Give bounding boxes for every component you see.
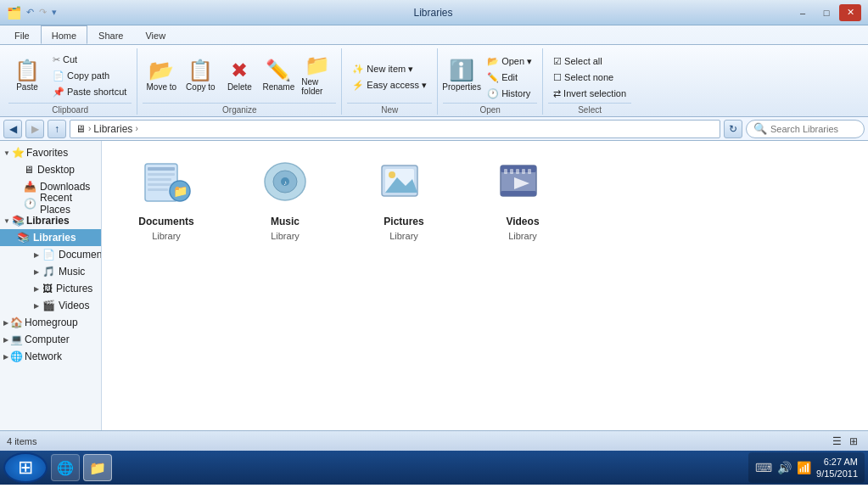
ribbon-group-clipboard: 📋 Paste ✂ Cut 📄 Copy path 📌 Paste shortc… [3,48,137,115]
pictures-tree-chevron: ▶ [34,285,39,293]
properties-button[interactable]: ℹ️ Properties [443,53,480,98]
ribbon-group-select: ☑ Select all ☐ Select none ⇄ Invert sele… [543,48,636,115]
svg-text:♪: ♪ [283,179,287,187]
ribbon-content: 📋 Paste ✂ Cut 📄 Copy path 📌 Paste shortc… [0,44,868,116]
item-count: 4 items [7,436,36,446]
sidebar-section-homegroup[interactable]: ▶ 🏠 Homegroup [0,314,101,331]
pictures-tree-icon: 🖼 [42,283,53,294]
tab-share[interactable]: Share [87,25,134,44]
content-area: 📁 Documents Library ♪ Music Library [102,141,868,430]
svg-point-14 [389,171,395,178]
svg-rect-4 [148,183,173,186]
sidebar-item-desktop[interactable]: 🖥 Desktop [0,161,101,178]
sidebar-item-documents[interactable]: ▶ 📄 Documents [0,246,101,263]
sidebar-item-libraries-root[interactable]: 📚 Libraries [0,229,101,246]
taskbar-clock[interactable]: 6:27 AM 9/15/2011 [816,456,858,480]
sidebar-item-pictures[interactable]: ▶ 🖼 Pictures [0,280,101,297]
sidebar: ▼ ⭐ Favorites 🖥 Desktop 📥 Downloads 🕐 Re… [0,141,102,430]
history-icon: 🕐 [487,88,499,99]
videos-tree-chevron: ▶ [34,302,39,310]
move-to-icon: 📂 [148,60,174,81]
sidebar-item-recent-places[interactable]: 🕐 Recent Places [0,195,101,212]
search-input[interactable] [770,124,857,134]
sidebar-section-computer[interactable]: ▶ 💻 Computer [0,331,101,348]
ribbon: File Home Share View 📋 Paste ✂ Cut 📄 [0,25,868,117]
tab-home[interactable]: Home [41,25,87,44]
clock-time: 6:27 AM [816,456,858,468]
search-icon: 🔍 [753,122,767,135]
library-item-music[interactable]: ♪ Music Library [234,154,336,247]
sidebar-section-network[interactable]: ▶ 🌐 Network [0,348,101,365]
address-path[interactable]: 🖥 › Libraries › [70,120,720,138]
close-button[interactable]: ✕ [839,4,861,21]
path-computer-icon: 🖥 [76,123,86,135]
ribbon-group-organize: 📂 Move to 📋 Copy to ✖ Delete ✏️ Rename 📁 [137,48,342,115]
library-item-pictures[interactable]: Pictures Library [353,154,455,247]
library-item-videos[interactable]: Videos Library [472,154,574,247]
open-button[interactable]: 📂 Open ▾ [482,53,537,69]
taskbar-explorer-button[interactable]: 📁 [83,454,112,481]
select-none-button[interactable]: ☐ Select none [548,70,631,85]
music-name: Music [271,216,300,227]
tray-network-icon: 📶 [797,461,811,474]
select-all-button[interactable]: ☑ Select all [548,53,631,69]
copy-to-button[interactable]: 📋 Copy to [182,53,219,98]
libraries-chevron: ▼ [3,217,10,225]
new-folder-icon: 📁 [305,55,330,76]
open-small-stack: 📂 Open ▾ ✏️ Edit 🕐 History [482,53,537,101]
move-to-button[interactable]: 📂 Move to [143,53,180,98]
videos-name: Videos [506,216,539,227]
easy-access-button[interactable]: ⚡ Easy access ▾ [347,78,432,93]
tab-view[interactable]: View [134,25,176,44]
music-sub: Library [271,231,300,241]
favorites-icon: ⭐ [12,147,25,159]
explorer-icon: 📁 [89,460,106,476]
maximize-button[interactable]: □ [815,4,837,21]
title-buttons: – □ ✕ [792,4,861,21]
search-box: 🔍 [746,120,865,138]
minimize-button[interactable]: – [792,4,814,21]
ribbon-group-new: ✨ New item ▾ ⚡ Easy access ▾ New [342,48,438,115]
back-button[interactable]: ◀ [3,120,22,138]
library-item-documents[interactable]: 📁 Documents Library [115,154,217,247]
large-icons-view-button[interactable]: ⊞ [846,434,861,449]
paste-button[interactable]: 📋 Paste [8,53,46,98]
clipboard-label: Clipboard [8,103,132,115]
pictures-icon [378,160,429,212]
downloads-icon: 📥 [24,181,36,193]
rename-button[interactable]: ✏️ Rename [260,53,297,98]
refresh-button[interactable]: ↻ [724,120,742,138]
paste-shortcut-button[interactable]: 📌 Paste shortcut [48,84,132,99]
open-label: Open [443,103,537,115]
sidebar-section-favorites[interactable]: ▼ ⭐ Favorites [0,144,101,161]
clipboard-buttons: 📋 Paste ✂ Cut 📄 Copy path 📌 Paste shortc… [8,48,132,103]
sidebar-item-music[interactable]: ▶ 🎵 Music [0,263,101,280]
path-libraries: Libraries [93,123,132,135]
open-icon: 📂 [487,56,499,67]
taskbar-ie-button[interactable]: 🌐 [51,454,80,481]
documents-name: Documents [138,216,193,227]
start-button[interactable]: ⊞ [3,452,48,483]
properties-icon: ℹ️ [449,60,474,81]
documents-tree-chevron: ▶ [34,251,39,259]
tray-keyboard-icon: ⌨ [755,461,772,474]
details-view-button[interactable]: ☰ [829,434,844,449]
forward-button[interactable]: ▶ [25,120,44,138]
sidebar-item-videos[interactable]: ▶ 🎬 Videos [0,297,101,314]
edit-button[interactable]: ✏️ Edit [482,70,537,85]
documents-sub: Library [152,231,181,241]
new-folder-button[interactable]: 📁 New folder [299,53,336,98]
videos-tree-icon: 🎬 [42,300,55,311]
history-button[interactable]: 🕐 History [482,86,537,101]
invert-selection-button[interactable]: ⇄ Invert selection [548,86,631,101]
delete-button[interactable]: ✖ Delete [221,53,258,98]
svg-text:📁: 📁 [173,184,188,199]
tab-file[interactable]: File [3,25,41,44]
path-arrow2: › [135,124,137,133]
up-button[interactable]: ↑ [48,120,66,138]
libraries-icon: 📚 [12,215,25,227]
cut-button[interactable]: ✂ Cut [48,52,132,67]
tray-volume-icon: 🔊 [777,461,792,474]
new-item-button[interactable]: ✨ New item ▾ [347,62,432,77]
copy-path-button[interactable]: 📄 Copy path [48,68,132,83]
